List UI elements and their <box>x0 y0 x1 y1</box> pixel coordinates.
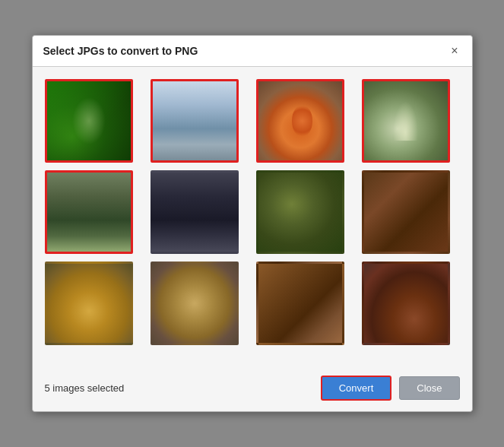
image-cell-grass[interactable] <box>256 170 344 254</box>
image-cell-orange[interactable] <box>256 79 344 163</box>
dialog-header: Select JPGs to convert to PNG × <box>33 36 472 67</box>
image-cell-bird[interactable] <box>151 79 239 163</box>
image-cell-lamp[interactable] <box>45 262 133 345</box>
image-cell-vase[interactable] <box>151 262 239 345</box>
dialog-title: Select JPGs to convert to PNG <box>43 45 198 57</box>
image-cell-fountain[interactable] <box>362 79 450 163</box>
dialog-close-button[interactable]: × <box>448 43 461 59</box>
image-cell-flowers[interactable] <box>45 79 133 163</box>
close-button[interactable]: Close <box>399 376 459 400</box>
convert-button[interactable]: Convert <box>321 376 392 401</box>
image-grid <box>45 79 460 345</box>
image-cell-silhouette[interactable] <box>151 170 239 254</box>
dialog: Select JPGs to convert to PNG × 5 images… <box>32 35 473 412</box>
image-cell-brick[interactable] <box>362 262 450 345</box>
dialog-footer: 5 images selected Convert Close <box>33 368 472 411</box>
image-cell-pond[interactable] <box>45 170 133 254</box>
status-text: 5 images selected <box>45 382 125 394</box>
image-cell-wood[interactable] <box>256 262 344 345</box>
image-cell-food[interactable] <box>362 170 450 254</box>
dialog-body <box>33 67 472 368</box>
